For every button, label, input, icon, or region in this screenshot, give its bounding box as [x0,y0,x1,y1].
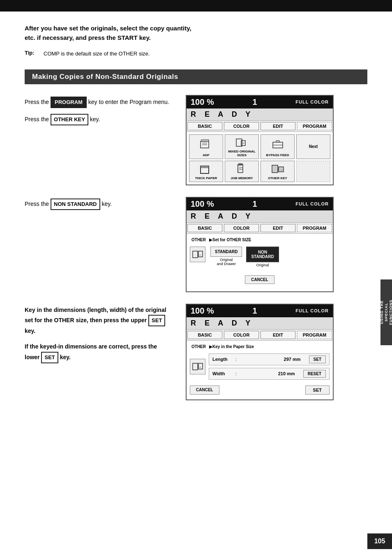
nonstandard-key[interactable]: NON STANDARD [51,199,100,210]
other-key[interactable]: OTHER KEY [51,114,88,125]
mixed-icon [235,136,249,150]
other-row: OTHER ▶Set for OTHER SIZE [190,236,330,243]
screen3-ready: R E A D Y [187,317,333,330]
job-icon: 1→ 2→ 3→ [235,163,249,176]
other-label: OTHER [191,238,206,242]
length-value: 297 mm [284,357,307,362]
adf-label: ADF [203,153,209,157]
thick-label: THICK PAPER [195,176,217,180]
screen1-header: 100 % 1 FULL COLOR [187,96,333,108]
colon1: : [235,357,281,362]
standard-button[interactable]: STANDARD [210,247,242,257]
width-row: Width : 210 mm RESET [209,368,330,380]
otherkey-label: OTHER KEY [268,176,287,180]
screen3-tabs: BASIC COLOR EDIT PROGRAM [187,330,333,341]
step3-text: Key in the dimensions (length, width) of… [25,304,173,369]
set-lower-key[interactable]: SET [41,352,58,363]
tab-basic[interactable]: BASIC [187,122,222,130]
screen3-fullcolor: FULL COLOR [295,308,329,313]
screen1-count: 1 [252,97,257,107]
svg-rect-1 [201,140,209,141]
program-key[interactable]: PROGRAM [51,97,87,108]
top-bar [0,0,392,12]
mixed-button[interactable]: MIXED ORIGINAL SIZES [225,134,259,159]
screen1-ready: R E A D Y [187,108,333,121]
otherkey-button[interactable]: → OTHER KEY [261,161,295,182]
tab2-edit[interactable]: EDIT [261,224,295,232]
screen3-icon-dims: → Length : 297 mm SET [190,350,330,383]
width-value: 210 mm [278,371,301,376]
cancel-button3[interactable]: CANCEL [190,385,219,395]
svg-rect-23 [193,251,198,258]
tip-body: COMP is the default size of the OTHER si… [44,50,150,58]
step1-text: Press the PROGRAM key to enter the Progr… [25,95,173,131]
svg-text:→: → [279,168,283,172]
length-row: Length : 297 mm SET [209,353,330,365]
screen2-buttons: → STANDARD Originaland Drawer NONSTANDAR… [190,243,330,270]
screen1-percent: 100 % [191,97,214,107]
cancel-button[interactable]: CANCEL [245,275,274,284]
nonstandard-col: NONSTANDARD Original [246,247,279,267]
reset-button[interactable]: RESET [303,370,326,378]
tip-label: Tip: [25,50,38,58]
set-upper-button[interactable]: SET [309,355,326,363]
colon2: : [235,371,276,376]
sidebar-text: USING THESPECIALFUNCTIONS [380,300,392,325]
tab2-basic[interactable]: BASIC [187,224,222,232]
tab3-program[interactable]: PROGRAM [297,331,332,339]
bypass-icon [271,136,284,153]
job-button[interactable]: 1→ 2→ 3→ JOB MEMORY [225,161,259,182]
tab3-basic[interactable]: BASIC [187,331,222,339]
standard-sub: Originaland Drawer [217,258,236,266]
screen2-tabs: BASIC COLOR EDIT PROGRAM [187,223,333,234]
set-lower-button[interactable]: SET [305,385,330,395]
set-upper-key[interactable]: SET [148,315,165,326]
tab3-color[interactable]: COLOR [224,331,259,339]
next-label: Next [309,144,318,149]
length-label: Length [212,357,233,362]
section-header: Making Copies of Non-Standard Originals [25,69,367,84]
screen3: 100 % 1 FULL COLOR R E A D Y BASIC COLOR… [186,304,334,400]
tab3-edit[interactable]: EDIT [261,331,295,339]
svg-marker-9 [276,141,279,142]
screen2-ready: R E A D Y [187,210,333,223]
mixed-label: MIXED ORIGINAL SIZES [226,150,258,157]
thick-button[interactable]: THICK PAPER [189,161,223,182]
svg-rect-26 [193,363,198,370]
intro-text: After you have set the originals, select… [25,24,201,42]
tab2-color[interactable]: COLOR [224,224,259,232]
adf-button[interactable]: ADF [189,134,223,159]
tab-edit[interactable]: EDIT [261,122,295,130]
screen2-count: 1 [252,199,257,209]
tab-program[interactable]: PROGRAM [297,122,332,130]
bypass-button[interactable]: BYPASS FEED [261,134,295,159]
other3-label: OTHER [191,344,206,349]
standard-col: STANDARD Originaland Drawer [210,247,242,267]
copy-icon-btn[interactable]: → [190,247,205,262]
step2-row: Press the NON STANDARD key. 100 % 1 FULL… [25,197,367,292]
svg-rect-19 [272,165,278,173]
screen3-header: 100 % 1 FULL COLOR [187,305,333,317]
empty-slot [296,161,330,182]
tab-color[interactable]: COLOR [224,122,259,130]
next-button[interactable]: Next [296,134,330,159]
step3-row: Key in the dimensions (length, width) of… [25,304,367,400]
bottom-btns3: CANCEL SET [190,383,330,397]
screen2-content: OTHER ▶Set for OTHER SIZE → STA [187,234,333,291]
screen3-percent: 100 % [191,306,214,316]
set-other-label: ▶Set for OTHER SIZE [209,238,251,242]
nonstandard-button[interactable]: NONSTANDARD [246,247,279,262]
other-row3: OTHER ▶Key in the Paper Size [190,343,330,350]
step2-text: Press the NON STANDARD key. [25,197,173,216]
nonstandard-sub: Original [256,263,269,267]
sidebar-label: USING THESPECIALFUNCTIONS [380,279,392,345]
screen2-header: 100 % 1 FULL COLOR [187,198,333,210]
standard-nonstandard-btns: STANDARD Originaland Drawer NONSTANDARD … [210,247,330,267]
screen3-content: OTHER ▶Key in the Paper Size → [187,341,333,399]
key-paper-label: ▶Key in the Paper Size [209,344,254,349]
step1-row: Press the PROGRAM key to enter the Progr… [25,95,367,185]
tip-section: Tip: COMP is the default size of the OTH… [25,50,201,58]
copy-icon-btn3: → [190,359,205,374]
screen1-funcgrid: ADF MIXED ORIGINAL SIZES [187,132,333,185]
tab2-program[interactable]: PROGRAM [297,224,332,232]
